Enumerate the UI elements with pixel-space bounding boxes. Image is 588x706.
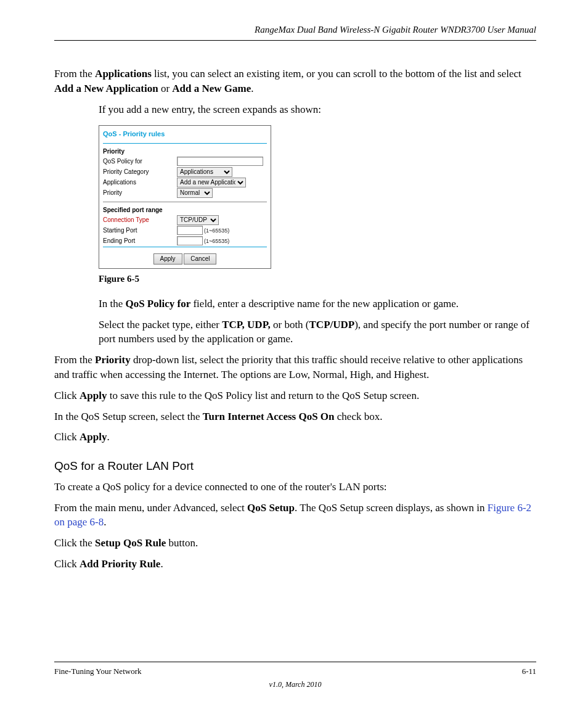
qos-sep2	[103, 202, 267, 202]
step-7-t2: check box.	[335, 411, 383, 422]
qos-applications-label: Applications	[103, 178, 177, 187]
step-6: Click Apply to save this rule to the QoS…	[54, 388, 536, 403]
footer-right: 6-11	[522, 666, 536, 677]
step-b-bold1: Applications	[95, 68, 152, 80]
lan-step-1-t3: .	[104, 516, 106, 528]
expand-note: If you add a new entry, the screen expan…	[99, 102, 536, 117]
step-c-t2: field, enter a descriptive name for the …	[190, 298, 459, 310]
step-b-bold2: Add a New Application	[54, 83, 158, 94]
step-c-t1: In the	[99, 298, 125, 310]
lan-step-1: From the main menu, under Advanced, sele…	[54, 501, 536, 530]
step-b: From the Applications list, you can sele…	[54, 67, 536, 96]
step-b-text3: or	[158, 83, 173, 94]
figure-caption: Figure 6-5	[99, 273, 536, 285]
qos-start-hint: (1~65535)	[204, 228, 229, 234]
lan-step-3-b1: Add Priority Rule	[80, 558, 160, 570]
page-footer: Fine-Tuning Your Network 6-11 v1.0, Marc…	[54, 662, 536, 690]
step-5-t1: From the	[54, 354, 95, 366]
qos-priority-section: Priority	[103, 147, 267, 156]
lan-step-3-t2: .	[160, 558, 163, 570]
qos-policy-for-input[interactable]	[177, 157, 263, 166]
footer-left: Fine-Tuning Your Network	[54, 666, 141, 677]
step-7: In the QoS Setup screen, select the Turn…	[54, 409, 536, 424]
qos-category-label: Priority Category	[103, 168, 177, 176]
lan-step-3: Click Add Priority Rule.	[54, 557, 536, 572]
step-b-text4: .	[251, 83, 253, 94]
lan-step-2-b1: Setup QoS Rule	[95, 537, 169, 549]
header-manual-title: RangeMax Dual Band Wireless-N Gigabit Ro…	[54, 23, 536, 40]
step-8-t2: .	[107, 431, 110, 443]
qos-priority-rules-panel: QoS - Priority rules Priority QoS Policy…	[99, 125, 536, 268]
qos-category-select[interactable]: Applications	[177, 167, 232, 177]
step-6-t2: to save this rule to the QoS Policy list…	[107, 390, 420, 401]
qos-sep	[103, 143, 267, 144]
footer-version: v1.0, March 2010	[54, 677, 536, 690]
step-8-t1: Click	[54, 431, 80, 443]
step-d-t2: or both (	[271, 319, 309, 330]
qos-end-hint: (1~65535)	[204, 238, 229, 244]
step-d-b2: TCP/UDP	[309, 319, 355, 330]
lan-step-3-t1: Click	[54, 558, 80, 570]
step-5: From the Priority drop-down list, select…	[54, 353, 536, 382]
qos-conn-select[interactable]: TCP/UDP	[177, 215, 219, 225]
section-heading-qos-lan-port: QoS for a Router LAN Port	[54, 458, 536, 475]
step-c: In the QoS Policy for field, enter a des…	[99, 297, 536, 311]
lan-step-1-t2: . The QoS Setup screen displays, as show…	[295, 502, 488, 514]
step-d: Select the packet type, either TCP, UDP,…	[99, 318, 536, 347]
step-8: Click Apply.	[54, 430, 536, 445]
step-6-t1: Click	[54, 390, 80, 401]
qos-sep3	[103, 247, 267, 247]
step-8-b1: Apply	[80, 431, 107, 443]
qos-priority-select[interactable]: Normal	[177, 188, 213, 198]
lan-step-2: Click the Setup QoS Rule button.	[54, 536, 536, 551]
qos-priority-label: Priority	[103, 189, 177, 197]
qos-applications-select[interactable]: Add a new Application	[177, 178, 246, 187]
step-5-b1: Priority	[95, 354, 131, 366]
step-b-bold3: Add a New Game	[172, 83, 251, 94]
lan-step-1-t1: From the main menu, under Advanced, sele…	[54, 502, 247, 514]
qos-apply-button[interactable]: Apply	[153, 253, 182, 265]
lan-step-2-t1: Click the	[54, 537, 95, 549]
qos-end-label: Ending Port	[103, 237, 177, 245]
lan-intro: To create a QoS policy for a device conn…	[54, 480, 536, 495]
qos-panel-title: QoS - Priority rules	[103, 128, 267, 142]
step-7-b1: Turn Internet Access QoS On	[203, 411, 335, 422]
step-b-text2: list, you can select an existing item, o…	[152, 68, 521, 80]
qos-policy-for-label: QoS Policy for	[103, 157, 177, 166]
qos-conn-label: Connection Type	[103, 216, 177, 224]
step-d-b1: TCP, UDP,	[222, 319, 271, 330]
step-6-b1: Apply	[80, 390, 107, 401]
qos-end-input[interactable]	[177, 236, 203, 245]
qos-start-input[interactable]	[177, 226, 203, 235]
qos-start-label: Starting Port	[103, 226, 177, 235]
qos-cancel-button[interactable]: Cancel	[184, 253, 216, 265]
step-c-b1: QoS Policy for	[125, 298, 190, 310]
step-d-t1: Select the packet type, either	[99, 319, 222, 330]
step-b-text1: From the	[54, 68, 95, 80]
step-7-t1: In the QoS Setup screen, select the	[54, 411, 203, 422]
lan-step-2-t2: button.	[169, 537, 198, 549]
lan-step-1-b1: QoS Setup	[247, 502, 295, 514]
qos-port-section: Specified port range	[103, 206, 267, 215]
